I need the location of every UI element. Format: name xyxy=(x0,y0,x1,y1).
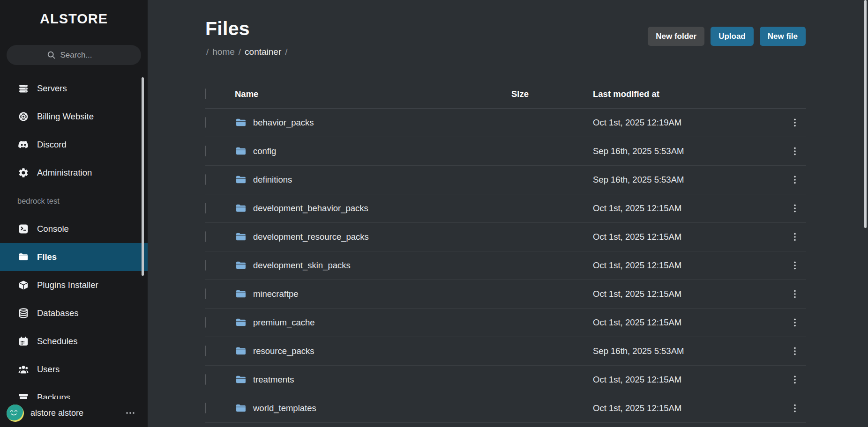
new-file-button[interactable]: New file xyxy=(760,27,806,46)
file-name[interactable]: definitions xyxy=(253,175,292,185)
column-header-modified: Last modified at xyxy=(593,89,659,99)
column-header-size: Size xyxy=(511,89,529,99)
file-modified: Oct 1st, 2025 12:19AM xyxy=(593,118,681,128)
row-menu-button[interactable] xyxy=(789,260,801,271)
folder-icon xyxy=(235,345,247,357)
sidebar-item-files[interactable]: Files xyxy=(0,243,148,271)
sidebar-item-label: Schedules xyxy=(37,336,77,346)
table-row[interactable]: development_behavior_packsOct 1st, 2025 … xyxy=(205,194,806,223)
row-checkbox[interactable] xyxy=(205,374,206,385)
sidebar-item-label: Users xyxy=(37,364,60,375)
servers-icon xyxy=(18,83,29,94)
row-checkbox[interactable] xyxy=(205,260,206,271)
table-row[interactable]: world_templatesOct 1st, 2025 12:15AM xyxy=(205,394,806,423)
sidebar: ALSTORE ServersBilling WebsiteDiscordAdm… xyxy=(0,0,148,427)
file-modified: Oct 1st, 2025 12:15AM xyxy=(593,317,681,328)
table-row[interactable]: resource_packsSep 16th, 2025 5:53AM xyxy=(205,337,806,366)
main-content: Files /home/container/ New folderUploadN… xyxy=(148,0,868,427)
avatar xyxy=(7,405,24,422)
select-all-checkbox[interactable] xyxy=(205,88,206,99)
sidebar-item-label: Administration xyxy=(37,168,92,178)
sidebar-scrollbar[interactable] xyxy=(142,77,144,276)
row-checkbox[interactable] xyxy=(205,288,206,299)
row-checkbox[interactable] xyxy=(205,346,206,356)
file-name[interactable]: treatments xyxy=(253,375,294,385)
row-menu-button[interactable] xyxy=(789,374,801,385)
row-menu-button[interactable] xyxy=(789,231,801,243)
file-name[interactable]: minecraftpe xyxy=(253,289,299,299)
breadcrumb-separator: / xyxy=(239,47,241,57)
sidebar-section-label: bedrock test xyxy=(0,187,148,215)
row-menu-button[interactable] xyxy=(789,288,801,300)
upload-button[interactable]: Upload xyxy=(711,27,754,46)
folder-icon xyxy=(235,288,247,300)
folder-icon xyxy=(235,259,247,272)
new-folder-button[interactable]: New folder xyxy=(648,27,704,46)
table-row[interactable]: premium_cacheOct 1st, 2025 12:15AM xyxy=(205,309,806,337)
table-row[interactable]: development_resource_packsOct 1st, 2025 … xyxy=(205,223,806,251)
sidebar-item-billing-website[interactable]: Billing Website xyxy=(0,103,148,131)
sidebar-item-discord[interactable]: Discord xyxy=(0,131,148,159)
page-scrollbar[interactable] xyxy=(864,0,867,228)
file-name[interactable]: development_skin_packs xyxy=(253,260,351,271)
row-checkbox[interactable] xyxy=(205,117,206,128)
sidebar-item-label: Billing Website xyxy=(37,111,94,122)
sidebar-item-schedules[interactable]: Schedules xyxy=(0,327,148,355)
file-modified: Oct 1st, 2025 12:15AM xyxy=(593,375,681,385)
folder-icon xyxy=(235,117,247,129)
breadcrumb: /home/container/ xyxy=(206,47,288,57)
file-modified: Sep 16th, 2025 5:53AM xyxy=(593,346,684,356)
file-name[interactable]: world_templates xyxy=(253,403,316,413)
file-name[interactable]: resource_packs xyxy=(253,346,314,356)
breadcrumb-item-container[interactable]: container xyxy=(245,47,281,57)
sidebar-item-administration[interactable]: Administration xyxy=(0,159,148,187)
row-menu-button[interactable] xyxy=(789,174,801,185)
row-checkbox[interactable] xyxy=(205,317,206,328)
folder-icon xyxy=(235,317,247,329)
row-checkbox[interactable] xyxy=(205,174,206,185)
row-checkbox[interactable] xyxy=(205,203,206,214)
breadcrumb-item-home[interactable]: home xyxy=(212,47,235,57)
row-checkbox[interactable] xyxy=(205,231,206,242)
row-menu-button[interactable] xyxy=(789,346,801,357)
file-name[interactable]: development_behavior_packs xyxy=(253,203,368,214)
file-name[interactable]: premium_cache xyxy=(253,317,315,328)
row-checkbox[interactable] xyxy=(205,403,206,413)
search-input[interactable] xyxy=(7,45,141,65)
row-menu-button[interactable] xyxy=(789,403,801,414)
header-actions: New folderUploadNew file xyxy=(648,27,806,46)
user-menu-button[interactable] xyxy=(124,407,136,419)
file-modified: Sep 16th, 2025 5:53AM xyxy=(593,175,684,185)
sidebar-item-label: Console xyxy=(37,224,69,234)
sidebar-item-label: Files xyxy=(37,252,57,262)
table-row[interactable]: configSep 16th, 2025 5:53AM xyxy=(205,137,806,166)
row-menu-button[interactable] xyxy=(789,317,801,328)
sidebar-item-console[interactable]: Console xyxy=(0,215,148,243)
table-row[interactable]: minecraftpeOct 1st, 2025 12:15AM xyxy=(205,280,806,309)
sidebar-item-servers[interactable]: Servers xyxy=(0,74,148,103)
terminal-icon xyxy=(18,223,29,235)
table-row[interactable]: development_skin_packsOct 1st, 2025 12:1… xyxy=(205,251,806,280)
sidebar-item-databases[interactable]: Databases xyxy=(0,299,148,327)
breadcrumb-separator: / xyxy=(285,47,287,57)
users-icon xyxy=(18,364,29,375)
row-menu-button[interactable] xyxy=(789,203,801,214)
table-row[interactable]: treatmentsOct 1st, 2025 12:15AM xyxy=(205,366,806,394)
file-modified: Oct 1st, 2025 12:15AM xyxy=(593,260,681,271)
folder-open-icon xyxy=(18,251,29,263)
username-label: alstore alstore xyxy=(30,408,83,418)
column-header-name: Name xyxy=(235,89,258,99)
file-name[interactable]: development_resource_packs xyxy=(253,232,369,242)
row-checkbox[interactable] xyxy=(205,146,206,156)
search-field[interactable] xyxy=(60,51,102,60)
sidebar-item-users[interactable]: Users xyxy=(0,355,148,383)
table-row[interactable]: definitionsSep 16th, 2025 5:53AM xyxy=(205,166,806,194)
sidebar-item-label: Databases xyxy=(37,308,78,318)
file-table: Name Size Last modified at behavior_pack… xyxy=(205,80,806,423)
sidebar-item-plugins-installer[interactable]: Plugins Installer xyxy=(0,271,148,299)
row-menu-button[interactable] xyxy=(789,146,801,157)
row-menu-button[interactable] xyxy=(789,117,801,128)
file-name[interactable]: config xyxy=(253,146,276,156)
table-row[interactable]: behavior_packsOct 1st, 2025 12:19AM xyxy=(205,109,806,137)
file-name[interactable]: behavior_packs xyxy=(253,118,314,128)
